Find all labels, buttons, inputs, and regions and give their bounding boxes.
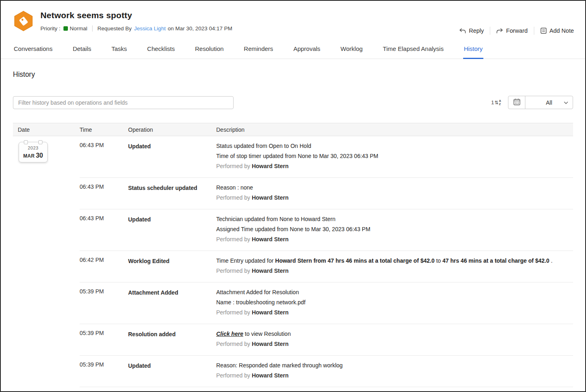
requester-link[interactable]: Jessica Light	[134, 25, 166, 32]
row-time: 05:39 PM	[80, 287, 128, 318]
row-time: 06:43 PM	[80, 183, 128, 203]
chevron-down-icon	[564, 101, 568, 104]
ticket-type-icon	[13, 11, 34, 32]
performer-name: Howard Stern	[252, 194, 289, 201]
description-text: Time of stop timer updated from None to …	[216, 153, 378, 159]
row-operation: Updated	[128, 360, 216, 381]
description-text: to	[434, 257, 442, 264]
description-line: Attachment Added for Resolution	[216, 287, 567, 297]
row-operation: Updated	[128, 214, 216, 244]
row-description: Reason: Responded date marked through wo…	[216, 360, 573, 381]
description-text: Reason : none	[216, 184, 253, 191]
description-text: Reason: Responded date marked through wo…	[216, 362, 343, 369]
date-filter-button[interactable]	[508, 96, 525, 109]
forward-button[interactable]: Forward	[496, 27, 527, 34]
priority-label: Priority :	[40, 25, 61, 32]
row-operation: Resolution added	[128, 329, 216, 349]
description-text: to view Resolution	[243, 331, 291, 337]
performed-by-label: Performed by	[216, 194, 252, 201]
col-description: Description	[216, 126, 573, 133]
history-table: Date Time Operation Description 2023 MAR…	[13, 123, 573, 387]
performer-name: Howard Stern	[252, 372, 289, 379]
tab-conversations[interactable]: Conversations	[13, 40, 53, 59]
tab-approvals[interactable]: Approvals	[293, 40, 321, 59]
history-row: 06:42 PMWorklog EditedTime Entry updated…	[80, 251, 573, 282]
description-text: .	[549, 257, 552, 264]
performed-by: Performed by Howard Stern	[216, 161, 567, 171]
description-text: Status updated from Open to On Hold	[216, 143, 311, 149]
add-note-icon	[540, 27, 547, 34]
history-panel: History 1⇅AZ All	[1, 70, 585, 387]
performed-by-label: Performed by	[216, 372, 252, 379]
col-operation: Operation	[128, 126, 216, 133]
date-column: 2023 MAR30	[13, 136, 80, 387]
reply-button[interactable]: Reply	[459, 27, 484, 34]
performed-by: Performed by Howard Stern	[216, 266, 567, 276]
add-note-button[interactable]: Add Note	[540, 27, 574, 34]
history-row: 06:43 PMUpdatedTechnician updated from N…	[80, 209, 573, 251]
performed-by: Performed by Howard Stern	[216, 234, 567, 244]
row-time: 06:42 PM	[80, 256, 128, 276]
divider	[92, 25, 93, 32]
performed-by-label: Performed by	[216, 309, 252, 316]
row-description: Time Entry updated for Howard Stern from…	[216, 256, 573, 276]
history-filter-group: All	[508, 96, 573, 109]
col-date: Date	[13, 126, 80, 133]
sort-order-icon[interactable]: 1⇅AZ	[491, 99, 501, 105]
tab-checklists[interactable]: Checklists	[146, 40, 175, 59]
ticket-meta: Priority : Normal Requested By Jessica L…	[40, 25, 232, 32]
description-text: Howard Stern from 47 hrs 46 mins at a to…	[275, 257, 434, 264]
performed-by-label: Performed by	[216, 268, 252, 274]
row-operation: Worklog Edited	[128, 256, 216, 276]
history-row: 05:39 PMUpdatedReason: Responded date ma…	[80, 356, 573, 387]
tab-worklog[interactable]: Worklog	[340, 40, 364, 59]
toolbar-right-controls: 1⇅AZ All	[491, 96, 573, 109]
tab-history[interactable]: History	[463, 40, 484, 59]
description-line: Reason : none	[216, 183, 567, 193]
description-line: Time of stop timer updated from None to …	[216, 151, 567, 161]
sort-arrows: ⇅	[495, 100, 499, 105]
performed-by: Performed by Howard Stern	[216, 308, 567, 318]
tab-tasks[interactable]: Tasks	[111, 40, 128, 59]
row-time: 05:39 PM	[80, 360, 128, 381]
description-text: Time Entry updated for	[216, 257, 275, 264]
performed-by-label: Performed by	[216, 236, 252, 242]
tab-bar: ConversationsDetailsTasksChecklistsResol…	[1, 40, 585, 59]
performer-name: Howard Stern	[252, 309, 289, 316]
history-toolbar: 1⇅AZ All	[13, 96, 573, 109]
description-line: Click here to view Resolution	[216, 329, 567, 339]
tab-time-elapsed-analysis[interactable]: Time Elapsed Analysis	[382, 40, 444, 59]
app-window: Network seems spotty Priority : Normal R…	[0, 0, 586, 392]
sort-digit: 1	[491, 99, 494, 105]
ticket-header: Network seems spotty Priority : Normal R…	[1, 1, 585, 35]
description-text: Assigned Time updated from None to Mar 3…	[216, 226, 370, 232]
description-line: Technician updated from None to Howard S…	[216, 214, 567, 224]
tab-reminders[interactable]: Reminders	[243, 40, 274, 59]
forward-icon	[496, 28, 503, 34]
history-row: 05:39 PMResolution addedClick here to vi…	[80, 324, 573, 356]
description-text: Technician updated from None to Howard S…	[216, 216, 335, 222]
row-operation: Status scheduler updated	[128, 183, 216, 203]
description-text: Attachment Added for Resolution	[216, 289, 299, 295]
forward-label: Forward	[506, 27, 527, 34]
divider	[534, 27, 534, 35]
history-filter-input[interactable]	[13, 96, 234, 109]
calendar-icon	[513, 98, 521, 107]
requested-by-label: Requested By	[97, 25, 132, 32]
dropdown-value: All	[546, 99, 552, 106]
click-here-link[interactable]: Click here	[216, 331, 243, 337]
divider	[490, 27, 490, 35]
description-line: Assigned Time updated from None to Mar 3…	[216, 224, 567, 234]
performed-by-label: Performed by	[216, 163, 252, 169]
history-type-dropdown[interactable]: All	[525, 96, 573, 109]
row-description: Reason : nonePerformed by Howard Stern	[216, 183, 573, 203]
description-line: Name : troubleshooting network.pdf	[216, 297, 567, 308]
tab-details[interactable]: Details	[72, 40, 92, 59]
history-row: 06:43 PMUpdatedStatus updated from Open …	[80, 136, 573, 178]
row-operation: Attachment Added	[128, 287, 216, 318]
tab-resolution[interactable]: Resolution	[194, 40, 224, 59]
row-description: Technician updated from None to Howard S…	[216, 214, 573, 244]
performer-name: Howard Stern	[252, 268, 289, 274]
add-note-label: Add Note	[550, 27, 574, 34]
date-group-daynum: 30	[36, 152, 43, 159]
